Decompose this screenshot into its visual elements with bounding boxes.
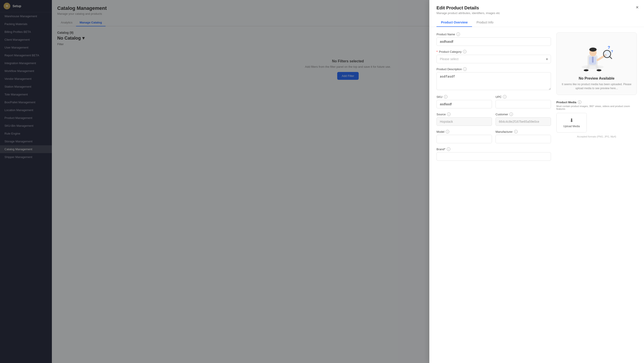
upc-input[interactable] [496, 100, 551, 108]
sku-input[interactable] [436, 100, 492, 108]
brand-group: Brand* i [436, 147, 551, 161]
manufacturer-input[interactable] [496, 135, 551, 143]
product-category-label: * Product Category i [436, 50, 551, 53]
svg-line-7 [610, 56, 612, 58]
customer-group: Customer i [496, 112, 551, 126]
svg-point-5 [590, 48, 596, 52]
svg-text:?: ? [608, 45, 610, 50]
model-info-icon[interactable]: i [446, 130, 449, 133]
product-description-info-icon[interactable]: i [463, 67, 467, 71]
modal-preview-panel: ? ? No Preview Available It seems like n… [556, 32, 637, 165]
customer-label: Customer i [496, 112, 551, 116]
product-category-info-icon[interactable]: i [463, 50, 466, 53]
product-description-group: Product Description i asdfasdf [436, 67, 551, 91]
media-section: Product Media i Must contain product ima… [556, 100, 637, 138]
no-preview-text: It seems like no product media has been … [561, 82, 632, 90]
model-manufacturer-row: Model i Manufacturer i [436, 130, 551, 147]
customer-info-icon[interactable]: i [510, 112, 513, 116]
upload-icon: ⬇ [570, 118, 574, 123]
modal-header: Edit Product Details Manage product attr… [429, 0, 644, 27]
product-category-select[interactable]: Please select [436, 55, 551, 63]
upload-text: Upload Media [563, 125, 580, 128]
media-info-icon[interactable]: i [578, 100, 582, 104]
sku-info-icon[interactable]: i [444, 95, 448, 99]
product-form: Product Name i * Product Category i Plea… [436, 32, 551, 165]
close-button[interactable]: × [636, 4, 639, 10]
sku-group: SKU i [436, 95, 492, 108]
media-label: Product Media i [556, 100, 637, 104]
brand-label: Brand* i [436, 147, 551, 151]
accepted-formats: Accepted formats (PNG, JPG, Mp4) [556, 135, 637, 138]
sku-upc-row: SKU i UPC i [436, 95, 551, 112]
manufacturer-group: Manufacturer i [496, 130, 551, 143]
source-info-icon[interactable]: i [447, 112, 450, 116]
manufacturer-info-icon[interactable]: i [514, 130, 518, 133]
no-preview-title: No Preview Available [579, 76, 614, 80]
upc-info-icon[interactable]: i [503, 95, 506, 99]
model-input[interactable] [436, 135, 492, 143]
source-input [436, 117, 492, 126]
product-category-group: * Product Category i Please select [436, 50, 551, 63]
product-name-group: Product Name i [436, 32, 551, 46]
tab-product-overview[interactable]: Product Overview [436, 18, 472, 27]
modal-title: Edit Product Details [436, 5, 637, 10]
model-label: Model i [436, 130, 492, 133]
source-customer-row: Source i Customer i [436, 112, 551, 130]
modal-body: Product Name i * Product Category i Plea… [429, 27, 644, 170]
product-category-select-wrapper: Please select [436, 55, 551, 63]
upc-label: UPC i [496, 95, 551, 99]
media-sublabel: Must contain product images, 360° views,… [556, 105, 637, 110]
edit-product-modal: Edit Product Details Manage product attr… [429, 0, 644, 363]
svg-rect-3 [592, 56, 594, 63]
product-name-input[interactable] [436, 37, 551, 46]
svg-point-10 [584, 69, 588, 71]
manufacturer-label: Manufacturer i [496, 130, 551, 133]
product-description-input[interactable]: asdfasdf [436, 72, 551, 90]
product-name-info-icon[interactable]: i [456, 32, 460, 36]
source-label: Source i [436, 112, 492, 116]
upc-group: UPC i [496, 95, 551, 108]
model-group: Model i [436, 130, 492, 143]
product-name-label: Product Name i [436, 32, 551, 36]
brand-info-icon[interactable]: i [447, 147, 450, 151]
customer-input [496, 117, 551, 126]
svg-point-11 [596, 69, 602, 71]
sku-label: SKU i [436, 95, 492, 99]
svg-text:?: ? [611, 50, 613, 53]
tab-product-info[interactable]: Product Info [472, 18, 498, 27]
source-group: Source i [436, 112, 492, 126]
brand-input[interactable] [436, 152, 551, 161]
upload-media-button[interactable]: ⬇ Upload Media [556, 113, 587, 133]
modal-tabs: Product Overview Product Info [436, 18, 637, 27]
preview-panel: ? ? No Preview Available It seems like n… [556, 32, 637, 95]
modal-subtitle: Manage product attributes, identifiers, … [436, 11, 637, 15]
no-preview-illustration: ? ? [576, 37, 617, 73]
product-description-label: Product Description i [436, 67, 551, 71]
